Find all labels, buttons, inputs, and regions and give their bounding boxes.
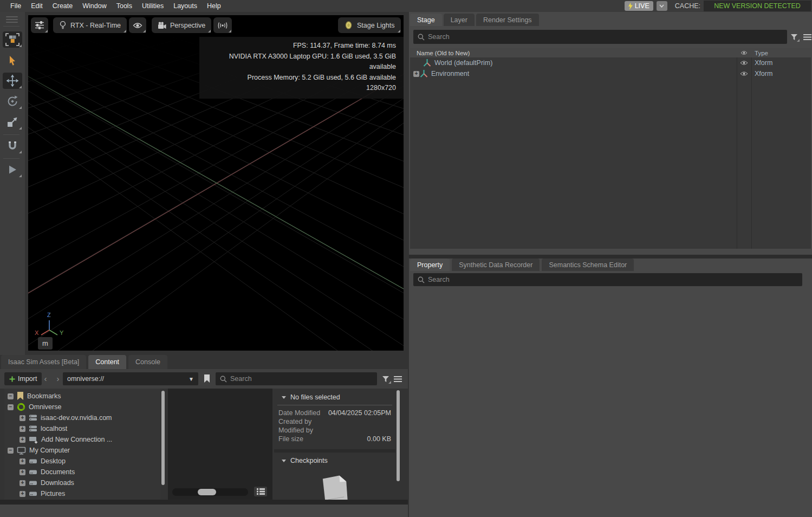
tab-layer[interactable]: Layer xyxy=(444,14,475,26)
tree-item-localhost[interactable]: + localhost xyxy=(4,423,160,434)
menu-layouts[interactable]: Layouts xyxy=(168,2,202,10)
forward-icon[interactable]: › xyxy=(53,372,63,385)
rotate-tool-button[interactable] xyxy=(3,93,22,109)
menu-help[interactable]: Help xyxy=(202,2,226,10)
collapse-icon[interactable]: − xyxy=(8,448,14,454)
tree-item-label[interactable]: Documents xyxy=(41,468,75,476)
stage-search-field[interactable] xyxy=(413,30,787,44)
selection-mode-button[interactable] xyxy=(3,31,22,48)
tree-item-label[interactable]: isaac-dev.ov.nvidia.com xyxy=(41,414,112,422)
property-search-input[interactable] xyxy=(428,276,798,283)
slider-thumb[interactable] xyxy=(198,489,216,495)
tree-item-desktop[interactable]: + Desktop xyxy=(4,456,160,467)
tab-console[interactable]: Console xyxy=(128,355,167,369)
stage-search-input[interactable] xyxy=(428,33,783,41)
tree-item-bookmarks[interactable]: − Bookmarks xyxy=(4,391,160,402)
scrollbar-thumb[interactable] xyxy=(397,390,400,481)
menu-tools[interactable]: Tools xyxy=(112,2,137,10)
scrollbar-thumb[interactable] xyxy=(161,391,165,485)
collapse-icon[interactable]: − xyxy=(8,404,14,410)
expand-icon[interactable]: + xyxy=(413,71,419,77)
menu-file[interactable]: File xyxy=(5,2,26,10)
tree-item-my-computer[interactable]: − My Computer xyxy=(4,445,160,456)
tab-property[interactable]: Property xyxy=(410,258,450,271)
stage-filter-button[interactable] xyxy=(788,31,800,42)
live-button[interactable]: LIVE xyxy=(625,1,653,11)
dropdown-caret-icon[interactable]: ▼ xyxy=(189,376,194,382)
content-options-button[interactable] xyxy=(392,373,404,384)
tab-content[interactable]: Content xyxy=(88,355,126,369)
back-icon[interactable]: ‹ xyxy=(40,372,51,385)
expand-icon[interactable]: + xyxy=(20,469,25,475)
tree-item-label[interactable]: localhost xyxy=(41,425,67,432)
tree-item-label[interactable]: Omniverse xyxy=(29,403,61,411)
play-button[interactable] xyxy=(3,161,22,178)
tree-item-label[interactable]: Desktop xyxy=(41,457,66,465)
toolbar-grip-handle[interactable] xyxy=(6,16,18,24)
broadcast-button[interactable] xyxy=(213,17,232,33)
menu-create[interactable]: Create xyxy=(48,2,78,10)
content-search-input[interactable] xyxy=(230,375,373,383)
collapse-icon[interactable]: − xyxy=(8,393,14,399)
expand-icon[interactable]: + xyxy=(20,491,25,497)
tree-item-label[interactable]: Add New Connection ... xyxy=(41,436,112,443)
prim-name[interactable]: World (defaultPrim) xyxy=(434,59,492,67)
stage-row-environment[interactable]: + Environment Xform xyxy=(410,68,811,79)
panel-splitter[interactable] xyxy=(409,255,812,258)
details-scrollbar[interactable] xyxy=(396,389,400,500)
renderer-button[interactable]: RTX - Real-Time xyxy=(53,17,127,33)
tree-scrollbar[interactable] xyxy=(161,389,165,500)
file-grid-area[interactable] xyxy=(168,389,272,500)
section-collapse-icon[interactable] xyxy=(282,396,286,399)
property-search-field[interactable] xyxy=(413,273,802,286)
tree-item-pictures[interactable]: + Pictures xyxy=(4,488,160,499)
scale-tool-button[interactable] xyxy=(3,114,22,130)
tree-item-label[interactable]: My Computer xyxy=(29,447,70,454)
name-column-header[interactable]: Name (Old to New) xyxy=(417,50,470,56)
tree-item-label[interactable]: Pictures xyxy=(41,490,65,497)
import-button[interactable]: Import xyxy=(4,372,42,385)
tab-render-settings[interactable]: Render Settings xyxy=(476,14,539,26)
tree-item-isaac-dev[interactable]: + isaac-dev.ov.nvidia.com xyxy=(4,412,160,423)
content-search-field[interactable] xyxy=(216,372,377,385)
stage-options-button[interactable] xyxy=(801,31,812,42)
bookmark-button[interactable] xyxy=(201,372,213,385)
viewport-settings-button[interactable] xyxy=(31,17,48,33)
expand-icon[interactable]: + xyxy=(20,480,25,486)
content-filter-button[interactable] xyxy=(380,373,392,384)
menu-edit[interactable]: Edit xyxy=(26,2,48,10)
viewport-3d[interactable]: RTX - Real-Time Perspective xyxy=(28,15,404,351)
camera-button[interactable]: Perspective xyxy=(152,17,211,33)
tree-item-documents[interactable]: + Documents xyxy=(4,467,160,477)
expand-icon[interactable]: + xyxy=(20,426,25,432)
eye-icon[interactable] xyxy=(738,71,749,76)
type-column-header[interactable]: Type xyxy=(755,50,768,56)
prim-name[interactable]: Environment xyxy=(431,70,469,77)
view-mode-button[interactable] xyxy=(254,487,267,496)
selection-section-header[interactable]: No files selected xyxy=(282,393,340,401)
thumbnail-size-slider[interactable] xyxy=(172,488,248,496)
select-tool-button[interactable] xyxy=(3,53,22,69)
tree-item-label[interactable]: Bookmarks xyxy=(27,392,61,400)
snap-tool-button[interactable] xyxy=(3,138,22,154)
stage-lights-button[interactable]: Stage Lights xyxy=(338,17,401,33)
visibility-button[interactable] xyxy=(129,17,146,33)
expand-icon[interactable]: + xyxy=(20,415,25,421)
move-tool-button[interactable] xyxy=(3,73,22,89)
menu-window[interactable]: Window xyxy=(77,2,111,10)
tab-semantics-schema-editor[interactable]: Semantics Schema Editor xyxy=(542,258,634,271)
tree-item-label[interactable]: Downloads xyxy=(41,479,74,487)
unit-badge[interactable]: m xyxy=(38,337,53,350)
tab-stage[interactable]: Stage xyxy=(410,14,442,26)
section-collapse-icon[interactable] xyxy=(282,460,286,462)
live-dropdown-button[interactable] xyxy=(657,1,667,11)
tree-item-downloads[interactable]: + Downloads xyxy=(4,477,160,488)
expand-icon[interactable]: + xyxy=(20,458,25,464)
stage-row-world[interactable]: World (defaultPrim) Xform xyxy=(410,57,811,68)
eye-icon[interactable] xyxy=(738,60,749,66)
tree-item-add-connection[interactable]: + Add New Connection ... xyxy=(4,434,160,445)
expand-icon[interactable]: + xyxy=(20,437,25,443)
tab-synthetic-data-recorder[interactable]: Synthetic Data Recorder xyxy=(452,258,540,271)
tree-item-omniverse[interactable]: − Omniverse xyxy=(4,402,160,412)
menu-utilities[interactable]: Utilities xyxy=(137,2,168,10)
